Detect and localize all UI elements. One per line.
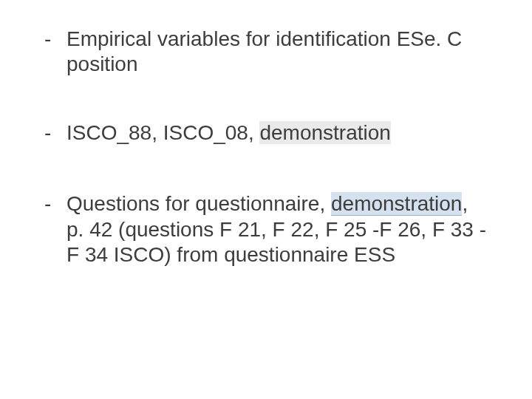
bullet-2-highlight: demonstration [259,121,390,144]
bullet-2: - ISCO_88, ISCO_08, demonstration [43,120,489,146]
bullet-1: - Empirical variables for identification… [43,27,489,78]
bullet-dash: - [43,120,66,146]
bullet-dash: - [43,191,66,216]
bullet-1-text: Empirical variables for identification E… [66,27,489,78]
bullet-2-prefix: ISCO_88, ISCO_08, [66,121,259,144]
bullet-3-prefix: Questions for questionnaire, [66,192,331,215]
bullet-3-highlight: demonstration [331,192,462,216]
bullet-dash: - [43,27,66,52]
slide: - Empirical variables for identification… [0,0,532,399]
bullet-2-text: ISCO_88, ISCO_08, demonstration [66,120,489,146]
bullet-3: - Questions for questionnaire, demonstra… [43,191,489,267]
bullet-3-text: Questions for questionnaire, demonstrati… [66,191,489,267]
